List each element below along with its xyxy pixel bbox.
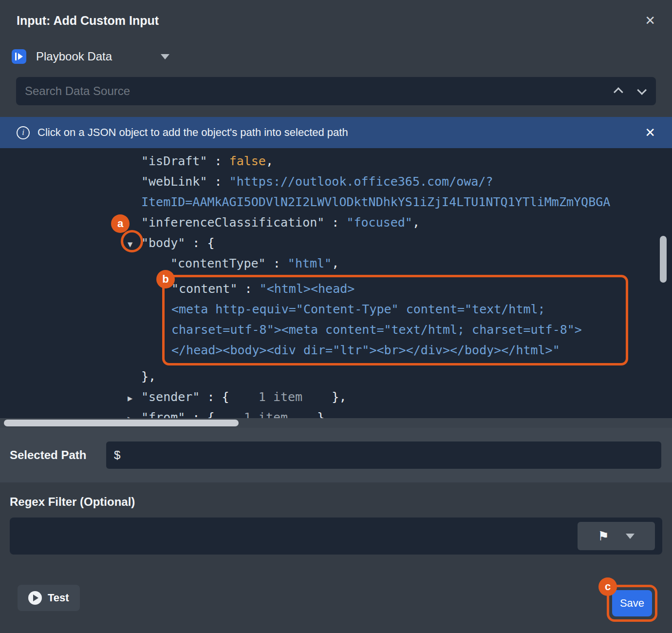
json-token-str: "<html><head> — [260, 282, 355, 296]
json-line[interactable]: <meta http-equiv="Content-Type" content=… — [170, 299, 621, 320]
test-button[interactable]: Test — [18, 585, 80, 611]
json-lines-top: "isDraft" : false,"webLink" : "https://o… — [0, 151, 672, 274]
json-line[interactable]: </head><body><div dir="ltr"><br></div></… — [170, 340, 621, 361]
page-title: Input: Add Custom Input — [17, 14, 159, 28]
data-source-selector[interactable]: Playbook Data — [0, 41, 672, 72]
chevron-down-icon[interactable] — [161, 54, 169, 59]
horizontal-scrollbar-thumb[interactable] — [4, 420, 239, 426]
json-token-key: "body" — [141, 236, 185, 250]
json-token-meta: 1 item — [259, 390, 302, 404]
search-input[interactable] — [16, 77, 656, 105]
json-token-key: "inferenceClassification" — [141, 215, 324, 230]
search-row — [0, 72, 672, 105]
json-token-str: ItemID=AAMkAGI5ODVlN2I2LWVlODktNDhkYS1iZ… — [141, 195, 610, 209]
regex-section: Regex Filter (Optional) ⚑ Test c Save — [0, 482, 672, 622]
json-token-punct: : — [266, 256, 288, 270]
regex-filter-label: Regex Filter (Optional) — [10, 495, 662, 509]
json-token-key: "contentType" — [170, 256, 266, 270]
json-token-punct: : — [207, 154, 229, 168]
json-line[interactable]: charset=utf-8"><meta content="text/html;… — [170, 320, 621, 340]
json-line[interactable]: "webLink" : "https://outlook.office365.c… — [0, 172, 672, 192]
collapse-toggle-icon[interactable]: ▼a — [128, 234, 141, 254]
annotation-box-c: c Save — [607, 585, 657, 622]
playbook-data-icon — [12, 49, 26, 64]
annotation-badge-a: a — [111, 214, 130, 233]
annotation-badge-b: b — [156, 270, 175, 288]
json-line[interactable]: }, — [0, 366, 672, 387]
json-token-punct: , — [412, 215, 420, 230]
chevron-down-icon — [626, 534, 635, 539]
selected-path-label: Selected Path — [10, 448, 106, 462]
json-line[interactable]: ▶"sender" : { 1 item }, — [0, 387, 672, 407]
json-line[interactable]: ▼a"body" : { — [0, 233, 672, 253]
json-token-punct: }, — [302, 390, 346, 404]
json-token-bool: false — [229, 154, 266, 168]
json-line[interactable]: "contentType" : "html", — [0, 253, 672, 274]
annotation-badge-c: c — [598, 577, 617, 596]
json-token-punct: : — [207, 174, 229, 189]
json-token-key: "content" — [171, 282, 237, 296]
horizontal-scrollbar[interactable] — [0, 418, 672, 428]
annotation-box-b: b "content" : "<html><head><meta http-eq… — [162, 275, 628, 365]
json-line[interactable]: "content" : "<html><head> — [170, 279, 621, 299]
json-token-punct: : { — [200, 390, 258, 404]
json-line[interactable]: "isDraft" : false, — [0, 151, 672, 172]
actions-row: Test c Save — [10, 585, 662, 622]
banner-close-icon[interactable]: ✕ — [645, 126, 655, 139]
json-token-punct: : — [237, 282, 259, 296]
play-icon — [28, 591, 42, 605]
info-icon: i — [17, 126, 30, 139]
data-source-label: Playbook Data — [36, 50, 112, 63]
regex-flags-dropdown[interactable]: ⚑ — [578, 522, 655, 550]
json-token-key: "sender" — [141, 390, 200, 404]
selected-path-row: Selected Path — [0, 428, 672, 482]
json-token-str: "https://outlook.office365.com/owa/? — [229, 174, 493, 189]
json-token-str: "html" — [288, 256, 332, 270]
modal-add-custom-input: Input: Add Custom Input ✕ Playbook Data … — [0, 0, 672, 622]
info-banner: i Click on a JSON object to add the obje… — [0, 117, 672, 148]
selected-path-input[interactable] — [106, 441, 661, 469]
json-line[interactable]: "inferenceClassification" : "focused", — [0, 212, 672, 233]
json-token-key: "webLink" — [141, 174, 207, 189]
regex-filter-input[interactable] — [10, 518, 662, 555]
json-token-punct: }, — [141, 369, 156, 384]
close-icon[interactable]: ✕ — [645, 14, 655, 27]
json-line[interactable]: ItemID=AAMkAGI5ODVlN2I2LWVlODktNDhkYS1iZ… — [0, 192, 672, 212]
modal-titlebar: Input: Add Custom Input ✕ — [0, 0, 672, 41]
banner-text: Click on a JSON object to add the object… — [37, 126, 348, 139]
json-token-key: "isDraft" — [141, 154, 207, 168]
json-token-str: </head><body><div dir="ltr"><br></div></… — [171, 343, 560, 357]
test-button-label: Test — [48, 592, 69, 604]
flag-icon: ⚑ — [598, 530, 609, 542]
json-token-str: charset=utf-8"><meta content="text/html;… — [171, 323, 582, 337]
json-token-punct: : { — [185, 236, 214, 250]
save-button[interactable]: Save — [612, 590, 652, 616]
json-token-punct: , — [266, 154, 273, 168]
vertical-scrollbar-thumb[interactable] — [660, 236, 667, 283]
json-token-str: <meta http-equiv="Content-Type" content=… — [171, 302, 545, 316]
json-viewer: "isDraft" : false,"webLink" : "https://o… — [0, 148, 672, 428]
annotation-circle-a — [121, 230, 143, 252]
expand-toggle-icon[interactable]: ▶ — [128, 388, 141, 408]
json-token-punct: : — [324, 215, 346, 230]
json-content-highlight: "content" : "<html><head><meta http-equi… — [170, 279, 621, 361]
json-token-punct: , — [332, 256, 339, 270]
json-token-str: "focused" — [346, 215, 412, 230]
